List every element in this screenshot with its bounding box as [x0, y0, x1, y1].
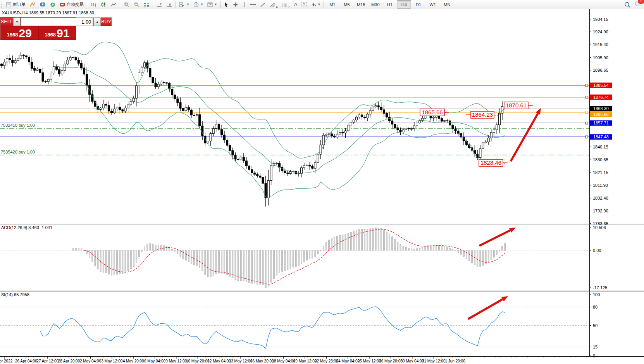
- toolbar-separator: [153, 1, 153, 8]
- equidistant-channel-tool-button[interactable]: E: [268, 0, 280, 9]
- rsi-indicator-label: SI(14) 65.7958: [1, 292, 29, 297]
- timeframe-h1[interactable]: H1: [382, 0, 397, 9]
- shapes-tool-button[interactable]: ▼: [309, 0, 322, 9]
- buy-price-small: 1868: [45, 31, 56, 39]
- chevron-down-icon: ▼: [200, 3, 203, 6]
- timeframe-m15[interactable]: M15: [354, 0, 368, 9]
- timeframe-bar: M1M5M15M30H1H4D1W1MN: [325, 0, 454, 9]
- timeframe-m30[interactable]: M30: [368, 0, 382, 9]
- buy-button[interactable]: BUY: [101, 17, 111, 26]
- vertical-line-tool-button[interactable]: [240, 0, 248, 9]
- timeframe-mn[interactable]: MN: [440, 0, 454, 9]
- sell-price-display[interactable]: 1868 29: [1, 26, 38, 40]
- indicators-button[interactable]: ▼: [177, 0, 191, 9]
- line-anchor-marker[interactable]: [585, 96, 588, 98]
- line-anchor-marker[interactable]: [585, 136, 588, 138]
- tile-windows-button[interactable]: [141, 0, 152, 9]
- line-chart-button[interactable]: [108, 0, 119, 9]
- templates-icon: [207, 2, 213, 7]
- toolbar-separator: [324, 1, 324, 8]
- auto-scroll-button[interactable]: [154, 0, 164, 9]
- channel-icon: [270, 2, 276, 7]
- volume-increase-button[interactable]: ▲: [93, 17, 101, 26]
- cursor-tool-button[interactable]: [222, 0, 231, 9]
- text-tool-button[interactable]: A: [292, 0, 300, 9]
- templates-button[interactable]: ▼: [205, 0, 219, 9]
- notification-badge: 1: [638, 0, 644, 4]
- svg-text:1865.66: 1865.66: [593, 112, 609, 117]
- price-callout[interactable]: 1865.66: [420, 109, 449, 116]
- sell-button[interactable]: SELL: [1, 17, 13, 26]
- line-anchor-marker[interactable]: [585, 111, 588, 114]
- open-position-label: 7535420 buy 1.00: [1, 150, 35, 154]
- chart-shift-button[interactable]: [164, 0, 174, 9]
- channel-tag: E: [276, 5, 278, 8]
- crosshair-icon: [233, 2, 238, 7]
- new-order-icon: [6, 2, 12, 7]
- svg-text:50: 50: [593, 323, 598, 328]
- svg-text:1924.90: 1924.90: [593, 29, 608, 34]
- timeframe-h4[interactable]: H4: [397, 0, 411, 9]
- svg-text:1847.48: 1847.48: [593, 135, 609, 139]
- time-axis-label: 25 May 12:00: [358, 359, 381, 363]
- svg-text:1934.15: 1934.15: [593, 17, 608, 22]
- toolbar-grip[interactable]: [1, 2, 3, 8]
- sell-price-big: 29: [19, 28, 32, 39]
- chart-canvas[interactable]: 1934.151924.901915.401905.901896.651840.…: [0, 0, 644, 364]
- toolbar-right: 1: [624, 1, 644, 8]
- crosshair-tool-button[interactable]: [231, 0, 240, 9]
- text-tool-icon: A: [294, 2, 298, 7]
- fibonacci-tool-button[interactable]: F: [280, 0, 292, 9]
- label-tool-button[interactable]: T: [299, 0, 309, 9]
- periods-button[interactable]: ▼: [191, 0, 205, 9]
- line-anchor-marker[interactable]: [585, 84, 588, 86]
- time-axis-label: 28 Apr 20:00: [58, 359, 80, 363]
- buy-price-display[interactable]: 1868 91: [39, 26, 76, 40]
- candles-chart-button[interactable]: [98, 0, 108, 9]
- search-icon[interactable]: [624, 2, 631, 8]
- chevron-down-icon: ▼: [186, 3, 189, 6]
- mt4-window: { "toolbar":{ "new_order_label":"新订单", "…: [0, 0, 644, 364]
- signals-button[interactable]: [48, 0, 58, 9]
- time-axis-label: 26 Apr 04:00: [15, 359, 37, 363]
- svg-text:1915.40: 1915.40: [593, 42, 608, 47]
- volume-input[interactable]: [21, 17, 93, 26]
- horizontal-line-tool-button[interactable]: [248, 0, 258, 9]
- zoom-out-button[interactable]: [131, 0, 141, 9]
- volume-decrease-button[interactable]: ▼: [13, 17, 21, 26]
- time-axis-label: 24 May 04:00: [336, 359, 360, 363]
- sell-price-small: 1868: [7, 31, 18, 39]
- bar-chart-button[interactable]: [88, 0, 98, 9]
- line-anchor-marker[interactable]: [585, 122, 588, 124]
- timeframe-m5[interactable]: M5: [339, 0, 354, 9]
- time-axis-label: 2 May 04:00: [80, 359, 101, 363]
- svg-text:1865.66: 1865.66: [422, 109, 443, 116]
- svg-text:1864.23: 1864.23: [472, 111, 493, 118]
- svg-text:1896.65: 1896.65: [593, 68, 608, 72]
- time-axis-label: 18 May 04:00: [272, 359, 295, 363]
- bar-chart-icon: [90, 2, 96, 7]
- clock-icon: [193, 2, 199, 7]
- market-watch-button[interactable]: [28, 0, 38, 9]
- volume-stepper: ▼ ▲: [13, 17, 101, 26]
- trendline-tool-button[interactable]: [258, 0, 268, 9]
- zoom-out-icon: [133, 2, 139, 7]
- timeframe-d1[interactable]: D1: [411, 0, 425, 9]
- community-button[interactable]: [38, 0, 48, 9]
- time-axis-label: 26 May 20:00: [379, 359, 403, 363]
- toolbar-separator: [87, 1, 87, 8]
- top-toolbar: 新订单 自动交易 ▼ ▼: [0, 0, 644, 9]
- time-axis-label: 1 Jun 20:00: [445, 359, 465, 363]
- svg-text:0: 0: [593, 354, 595, 358]
- autotrading-button[interactable]: 自动交易: [58, 0, 86, 9]
- notifications-button[interactable]: 1: [635, 1, 641, 8]
- time-axis-label: 9 May 12:00: [165, 359, 187, 363]
- time-axis-label: 30 May 04:00: [401, 359, 424, 363]
- svg-text:1830.65: 1830.65: [593, 157, 608, 162]
- timeframe-w1[interactable]: W1: [425, 0, 440, 9]
- timeframe-m1[interactable]: M1: [325, 0, 339, 9]
- label-tool-icon: T: [301, 2, 307, 7]
- new-order-button[interactable]: 新订单: [4, 0, 28, 9]
- buy-price-big: 91: [57, 28, 69, 39]
- zoom-in-button[interactable]: [121, 0, 131, 9]
